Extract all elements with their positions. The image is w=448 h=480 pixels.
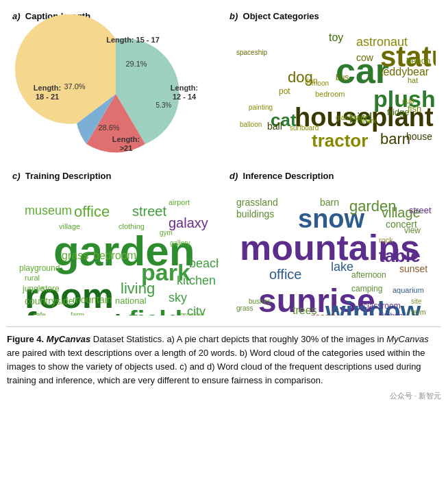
- wc-word: farm: [411, 309, 426, 315]
- panel-c-title: c) Training Description: [12, 171, 219, 181]
- wc-word: hat: [408, 77, 418, 84]
- pie-label-18-21: Length:: [33, 84, 60, 92]
- pie-chart-container: Length: 15 - 17 29.1% Length: 12 - 14 5.…: [12, 25, 219, 163]
- figure-number: Figure 4.: [7, 334, 44, 344]
- wordcloud-b: carstatuehouseplantplushietractorbarncat…: [229, 25, 436, 156]
- wc-word: galaxy: [169, 216, 208, 230]
- pie-pct-gt21: 28.6%: [98, 123, 119, 132]
- wc-word: bench: [406, 56, 430, 65]
- wc-word: street: [409, 206, 432, 215]
- wc-word: view: [404, 226, 421, 235]
- wordcloud-d: mountainssunrisesnowwindowtablevillagega…: [229, 185, 436, 315]
- wc-word: cup: [402, 97, 414, 105]
- wc-word: countryside: [25, 296, 74, 306]
- pie-label-12-14: Length:: [170, 84, 197, 92]
- wc-word: office: [74, 204, 110, 219]
- wc-word: tractor: [312, 132, 368, 149]
- pie-label-gt21b: >21: [119, 144, 132, 152]
- wc-word: house: [406, 132, 432, 141]
- wc-word: store: [41, 285, 60, 293]
- wc-word: barn: [320, 197, 339, 207]
- pie-pct-18-21: 37.0%: [64, 82, 85, 91]
- wc-word: balloon: [240, 121, 262, 128]
- pie-pct-15-17: 29.1%: [125, 60, 147, 68]
- wc-word: grass: [62, 250, 88, 261]
- panel-b-title: b) Object Categories: [229, 11, 436, 21]
- wc-word: painting: [249, 104, 273, 111]
- wc-word: spaceship: [236, 49, 267, 56]
- wc-word: playground: [19, 264, 60, 272]
- panel-c: c) Training Description gardenforestroom…: [7, 167, 224, 320]
- wc-word: growing: [180, 312, 204, 315]
- wc-word: classroom: [363, 302, 401, 310]
- wc-word: field: [129, 307, 182, 315]
- pie-label-gt21: Length:: [112, 135, 139, 143]
- pie-pct-12-14: 5.3%: [155, 101, 171, 109]
- wc-word: kitchen: [177, 274, 216, 287]
- wc-word: garden: [349, 199, 397, 214]
- wc-word: buildings: [236, 209, 274, 219]
- panel-a: a) Caption Length Length: 15 - 17 29.1%: [7, 7, 224, 167]
- wc-word: surfboard: [290, 125, 319, 132]
- wc-word: grassland: [236, 197, 278, 207]
- wc-word: grass: [236, 305, 253, 312]
- wc-word: fish: [408, 104, 421, 113]
- wc-word: clothing: [119, 223, 145, 230]
- panel-b: b) Object Categories carstatuehouseplant…: [224, 7, 441, 167]
- wc-word: bedroom: [315, 91, 345, 98]
- wc-word: cow: [356, 53, 373, 62]
- wc-word: fridge: [387, 108, 410, 117]
- wc-word: bus: [336, 73, 349, 82]
- caption-text-1: Dataset Statistics. a) A pie chart depic…: [90, 334, 386, 344]
- wc-word: bushes: [249, 298, 271, 305]
- wc-word: cafe: [33, 312, 46, 315]
- wc-word: shark: [360, 118, 376, 125]
- wc-word: village: [59, 223, 80, 230]
- wc-word: toy: [329, 32, 343, 43]
- wc-word: sky: [169, 291, 187, 304]
- wc-word: lake: [331, 261, 353, 273]
- wc-word: afternoon: [351, 271, 386, 279]
- dataset-name-2: MyCanvas: [386, 334, 428, 344]
- wc-word: beach: [189, 257, 219, 269]
- wc-word: moon: [312, 80, 329, 87]
- pie-chart: Length: 15 - 17 29.1% Length: 12 - 14 5.…: [20, 29, 212, 159]
- wc-word: sunset: [399, 264, 427, 274]
- watermark: 公众号 · 新智元: [7, 391, 441, 401]
- wc-word: site: [411, 298, 422, 305]
- wc-word: office: [269, 267, 301, 281]
- wc-word: aquarium: [393, 287, 424, 294]
- chart-grid: a) Caption Length Length: 15 - 17 29.1%: [7, 7, 441, 320]
- wc-word: kitchen: [379, 312, 403, 315]
- wc-word: national: [115, 296, 147, 305]
- wordcloud-c: gardenforestroomfieldparklivingofficemus…: [12, 185, 219, 315]
- figure-caption: Figure 4. MyCanvas Dataset Statistics. a…: [7, 326, 441, 388]
- wc-word: farm: [71, 312, 84, 315]
- dataset-name-1: MyCanvas: [47, 334, 90, 344]
- wc-word: airport: [169, 199, 190, 206]
- wc-word: astronaut: [356, 36, 408, 48]
- panel-a-title: a) Caption Length: [12, 11, 219, 21]
- wc-word: street: [132, 204, 166, 218]
- wc-word: gym: [160, 230, 173, 237]
- wc-word: gallery: [170, 240, 190, 247]
- caption-text-2: are paired with text descriptions over a…: [7, 348, 425, 385]
- wc-word: living: [121, 281, 155, 296]
- wc-word: rock: [379, 237, 393, 244]
- wc-word: ball: [267, 121, 282, 131]
- wc-word: museum: [25, 204, 72, 217]
- wc-word: mountain: [73, 295, 112, 304]
- wc-word: table: [379, 247, 421, 265]
- wc-word: teddybear: [380, 67, 429, 77]
- wc-word: bedroom: [93, 250, 136, 261]
- pie-label-18-21b: 18 - 21: [35, 93, 58, 101]
- wc-word: rural: [25, 274, 40, 282]
- wc-word: pot: [279, 87, 290, 95]
- pie-label-12-14b: 12 - 14: [172, 93, 196, 101]
- pie-label-15-17: Length: 15 - 17: [106, 36, 160, 44]
- wc-word: camping: [351, 285, 382, 293]
- panel-d-title: d) Inference Description: [229, 171, 436, 181]
- panel-d: d) Inference Description mountainssunris…: [224, 167, 441, 320]
